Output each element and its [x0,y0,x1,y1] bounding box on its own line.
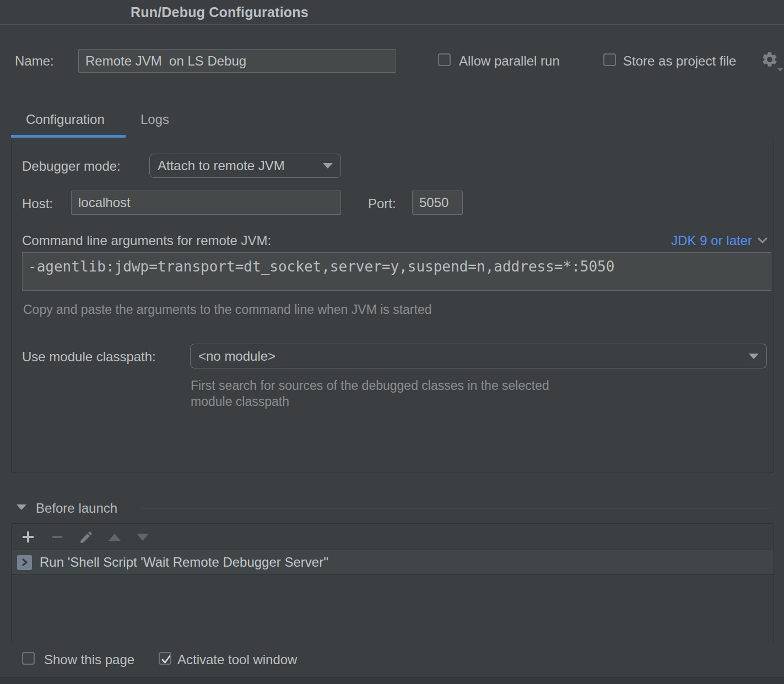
cmdline-args-label: Command line arguments for remote JVM: [22,233,271,248]
tab-configuration[interactable]: Configuration [26,112,105,127]
allow-parallel-run-label: Allow parallel run [459,53,560,69]
activate-tool-window-checkbox[interactable] [159,652,171,665]
run-script-icon [17,555,32,570]
activate-tool-window-label: Activate tool window [177,652,297,667]
section-divider [139,508,774,508]
cmdline-args-input[interactable]: -agentlib:jdwp=transport=dt_socket,serve… [22,252,771,291]
name-label: Name: [15,53,54,69]
chevron-down-icon [749,354,759,359]
before-launch-task-label: Run 'Shell Script 'Wait Remote Debugger … [40,555,328,570]
remove-icon [50,530,64,544]
debugger-mode-value: Attach to remote JVM [158,158,323,173]
store-as-project-file-checkbox[interactable] [603,53,616,66]
edit-icon [79,530,94,545]
collapse-section-icon[interactable] [17,504,26,510]
move-down-icon [137,534,149,541]
jdk-version-selector[interactable]: JDK 9 or later [671,233,768,248]
chevron-down-icon [323,163,333,169]
host-input[interactable] [71,191,341,215]
before-launch-task-row[interactable]: Run 'Shell Script 'Wait Remote Debugger … [12,550,774,575]
add-icon [21,530,35,544]
show-this-page-label: Show this page [44,652,134,667]
move-up-button[interactable] [105,527,125,547]
edit-button[interactable] [76,527,96,547]
store-as-project-file-label: Store as project file [623,53,736,69]
run-debug-configurations-dialog: Run/Debug Configurations Name: Allow par… [0,0,784,684]
module-classpath-hint: First search for sources of the debugged… [191,378,565,410]
dialog-title: Run/Debug Configurations [131,0,309,25]
before-launch-list-panel [11,523,774,643]
module-classpath-select[interactable]: <no module> [190,344,767,368]
cmdline-args-hint: Copy and paste the arguments to the comm… [23,302,432,317]
show-this-page-checkbox[interactable] [22,652,35,665]
move-down-button[interactable] [133,527,153,547]
name-input[interactable] [78,49,396,73]
module-classpath-label: Use module classpath: [22,349,156,365]
gear-icon[interactable] [761,51,778,70]
remove-button[interactable] [47,527,67,547]
port-label: Port: [368,196,396,211]
before-launch-title: Before launch [36,501,117,516]
module-classpath-value: <no module> [198,349,749,364]
dialog-titlebar: Run/Debug Configurations [0,0,784,25]
host-label: Host: [22,196,53,211]
gear-dropdown-arrow-icon [777,68,783,72]
checkmark-icon [160,654,172,665]
port-input[interactable] [412,191,463,215]
allow-parallel-run-checkbox[interactable] [438,53,451,66]
debugger-mode-label: Debugger mode: [22,159,121,174]
add-button[interactable] [18,527,38,547]
move-up-icon [109,534,121,541]
chevron-down-icon [757,237,768,245]
dialog-footer-edge [0,677,784,684]
debugger-mode-select[interactable]: Attach to remote JVM [149,154,341,178]
tab-logs[interactable]: Logs [140,112,169,127]
jdk-version-label: JDK 9 or later [671,233,752,248]
